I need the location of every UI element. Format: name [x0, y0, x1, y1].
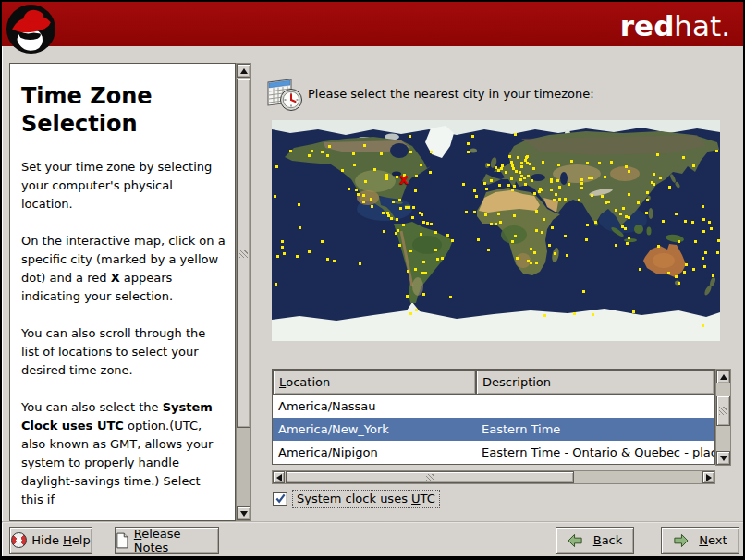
- city-dot[interactable]: [702, 230, 705, 233]
- city-dot[interactable]: [430, 223, 433, 225]
- city-dot[interactable]: [510, 161, 513, 164]
- city-dot[interactable]: [487, 164, 490, 166]
- city-dot[interactable]: [645, 212, 648, 214]
- city-dot[interactable]: [434, 231, 437, 234]
- city-dot[interactable]: [520, 175, 523, 177]
- city-dot[interactable]: [357, 193, 360, 196]
- city-dot[interactable]: [601, 195, 604, 198]
- city-dot[interactable]: [398, 199, 401, 201]
- city-dot[interactable]: [483, 182, 486, 185]
- city-dot[interactable]: [390, 217, 393, 220]
- city-dot[interactable]: [514, 235, 517, 237]
- city-dot[interactable]: [422, 221, 425, 224]
- city-dot[interactable]: [422, 293, 425, 296]
- city-dot[interactable]: [586, 224, 589, 226]
- table-hscrollbar-thumb[interactable]: [286, 471, 574, 483]
- city-dot[interactable]: [692, 268, 695, 271]
- city-dot[interactable]: [582, 290, 585, 293]
- city-dot[interactable]: [556, 179, 559, 182]
- city-dot[interactable]: [710, 227, 713, 230]
- city-dot[interactable]: [530, 262, 532, 264]
- city-dot[interactable]: [553, 199, 556, 201]
- city-dot[interactable]: [702, 324, 704, 327]
- city-dot[interactable]: [407, 270, 409, 273]
- city-dot[interactable]: [646, 191, 649, 194]
- city-dot[interactable]: [615, 209, 617, 212]
- next-button[interactable]: Next: [661, 527, 739, 554]
- city-dot[interactable]: [712, 274, 714, 277]
- city-dot[interactable]: [704, 251, 707, 254]
- city-dot[interactable]: [637, 201, 640, 204]
- city-dot[interactable]: [516, 257, 519, 260]
- city-dot[interactable]: [632, 310, 635, 313]
- city-dot[interactable]: [592, 313, 594, 316]
- city-dot[interactable]: [341, 169, 344, 172]
- city-dot[interactable]: [657, 245, 660, 248]
- city-dot[interactable]: [558, 198, 561, 201]
- city-dot[interactable]: [321, 240, 324, 243]
- city-dot[interactable]: [564, 235, 567, 237]
- cell-location[interactable]: America/New_York: [273, 418, 476, 441]
- city-dot[interactable]: [628, 237, 630, 239]
- city-dot[interactable]: [551, 226, 554, 229]
- city-dot[interactable]: [535, 229, 538, 232]
- city-dot[interactable]: [555, 193, 557, 196]
- city-dot[interactable]: [499, 221, 502, 224]
- city-dot[interactable]: [708, 221, 711, 224]
- city-dot[interactable]: [580, 187, 583, 189]
- column-header-location[interactable]: Location: [273, 370, 476, 395]
- table-hscrollbar[interactable]: [272, 470, 715, 484]
- city-dot[interactable]: [380, 152, 383, 155]
- city-dot[interactable]: [451, 239, 454, 242]
- city-dot[interactable]: [639, 268, 641, 271]
- city-dot[interactable]: [594, 221, 597, 224]
- city-dot[interactable]: [519, 178, 522, 181]
- city-dot[interactable]: [355, 189, 358, 191]
- city-dot[interactable]: [511, 240, 514, 243]
- city-dot[interactable]: [426, 222, 429, 225]
- city-dot[interactable]: [473, 211, 476, 213]
- help-scroll-up-button[interactable]: [237, 64, 250, 78]
- city-dot[interactable]: [651, 181, 653, 184]
- city-dot[interactable]: [475, 195, 478, 198]
- city-dot[interactable]: [383, 230, 385, 233]
- city-dot[interactable]: [564, 198, 567, 201]
- city-dot[interactable]: [477, 238, 480, 241]
- city-dot[interactable]: [580, 182, 583, 185]
- city-dot[interactable]: [420, 164, 422, 166]
- cell-location[interactable]: America/Nassau: [273, 395, 476, 418]
- city-dot[interactable]: [465, 211, 468, 213]
- city-dot[interactable]: [363, 144, 366, 147]
- city-dot[interactable]: [715, 150, 718, 152]
- table-vscrollbar[interactable]: [715, 369, 731, 466]
- city-dot[interactable]: [523, 177, 526, 179]
- city-dot[interactable]: [692, 164, 695, 167]
- city-dot[interactable]: [703, 265, 706, 268]
- city-dot[interactable]: [281, 246, 284, 249]
- city-dot[interactable]: [554, 252, 556, 255]
- city-dot[interactable]: [382, 212, 385, 214]
- back-button[interactable]: Back: [556, 527, 634, 554]
- city-dot[interactable]: [473, 189, 476, 192]
- city-dot[interactable]: [429, 171, 432, 174]
- city-dot[interactable]: [513, 214, 516, 217]
- city-dot[interactable]: [702, 205, 704, 208]
- city-dot[interactable]: [548, 244, 551, 247]
- city-dot[interactable]: [517, 156, 519, 159]
- city-dot[interactable]: [591, 177, 593, 179]
- city-dot[interactable]: [326, 258, 329, 261]
- city-dot[interactable]: [424, 272, 427, 274]
- city-dot[interactable]: [446, 234, 449, 237]
- city-dot[interactable]: [515, 170, 518, 173]
- city-dot[interactable]: [543, 314, 546, 317]
- city-dot[interactable]: [591, 194, 593, 197]
- city-dot[interactable]: [373, 168, 376, 171]
- city-dot[interactable]: [543, 218, 545, 221]
- city-dot[interactable]: [653, 173, 655, 176]
- city-dot[interactable]: [675, 275, 678, 278]
- city-dot[interactable]: [702, 257, 704, 260]
- table-scroll-right-button[interactable]: [702, 471, 714, 483]
- table-scroll-up-button[interactable]: [716, 370, 730, 383]
- city-dot[interactable]: [646, 199, 649, 201]
- city-dot[interactable]: [508, 155, 511, 158]
